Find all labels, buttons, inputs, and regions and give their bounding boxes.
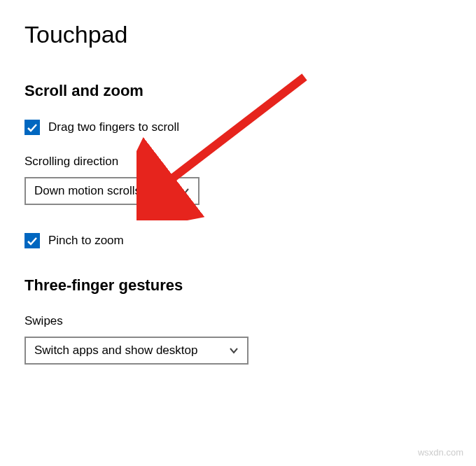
scroll-and-zoom-header: Scroll and zoom [24,82,451,100]
drag-two-fingers-checkbox[interactable] [24,120,40,135]
page-title: Touchpad [24,21,451,48]
scrolling-direction-dropdown[interactable]: Down motion scrolls up [24,177,200,205]
pinch-to-zoom-row: Pinch to zoom [24,233,451,248]
three-finger-gestures-header: Three-finger gestures [24,276,451,295]
chevron-down-icon [229,346,239,355]
checkmark-icon [27,122,38,133]
swipes-value: Switch apps and show desktop [34,344,197,358]
scrolling-direction-value: Down motion scrolls up [34,184,158,198]
swipes-label: Swipes [24,314,451,328]
chevron-down-icon [180,186,190,196]
swipes-dropdown[interactable]: Switch apps and show desktop [24,337,248,365]
checkmark-icon [27,235,38,246]
pinch-to-zoom-checkbox[interactable] [24,233,40,248]
drag-two-fingers-row: Drag two fingers to scroll [24,120,451,135]
drag-two-fingers-label: Drag two fingers to scroll [48,120,179,134]
watermark: wsxdn.com [418,447,463,458]
pinch-to-zoom-label: Pinch to zoom [48,234,124,248]
scrolling-direction-label: Scrolling direction [24,155,451,169]
